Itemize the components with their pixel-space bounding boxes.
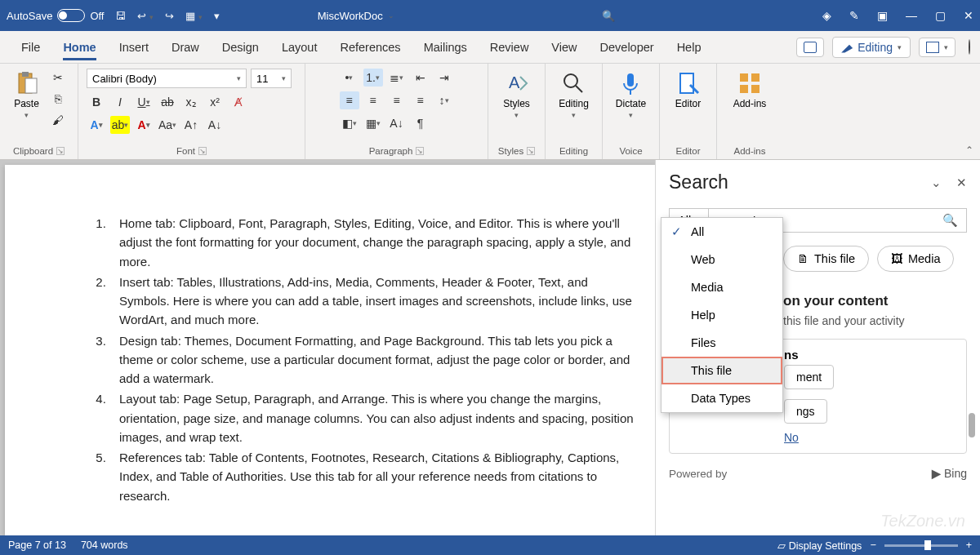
tab-mailings[interactable]: Mailings xyxy=(412,31,479,64)
increase-indent-button[interactable]: ⇥ xyxy=(434,69,454,87)
font-name-combo[interactable]: Calibri (Body)▾ xyxy=(87,69,247,88)
editing-mode-button[interactable]: Editing▾ xyxy=(832,37,911,58)
tab-developer[interactable]: Developer xyxy=(589,31,666,64)
format-painter-icon[interactable]: 🖌 xyxy=(48,111,68,129)
close-pane-icon[interactable]: ✕ xyxy=(956,175,967,190)
result-option-ngs[interactable]: ngs xyxy=(784,399,827,424)
wand-icon[interactable]: ✎ xyxy=(849,9,859,22)
chevron-down-icon[interactable]: ⌄ xyxy=(931,175,942,190)
editing-button[interactable]: Editing▾ xyxy=(555,69,592,121)
zoom-out-icon[interactable]: − xyxy=(870,539,875,551)
document-area[interactable]: Home tab: Clipboard, Font, Paragraph, St… xyxy=(0,160,655,535)
strike-button[interactable]: ab xyxy=(158,93,177,111)
autosave-toggle[interactable] xyxy=(57,9,85,22)
titlebar-search[interactable]: 🔍 xyxy=(394,10,822,22)
account-icon[interactable] xyxy=(969,40,970,55)
form-icon[interactable]: ▦ ▾ xyxy=(185,10,203,22)
result-option-ment[interactable]: ment xyxy=(784,365,834,389)
dialog-launcher-icon[interactable]: ↘ xyxy=(56,147,65,155)
redo-icon[interactable]: ↪ xyxy=(165,10,174,22)
display-settings[interactable]: ▱ Display Settings xyxy=(777,539,862,552)
pane-scrollbar[interactable] xyxy=(969,413,975,437)
scope-option-files[interactable]: Files xyxy=(662,329,782,357)
scope-option-datatypes[interactable]: Data Types xyxy=(662,384,782,412)
scope-option-help[interactable]: Help xyxy=(662,301,782,329)
tab-references[interactable]: References xyxy=(328,31,412,64)
search-icon[interactable]: 🔍 xyxy=(942,213,958,228)
page-indicator[interactable]: Page 7 of 13 xyxy=(8,539,66,551)
shrink-font-button[interactable]: A↓ xyxy=(205,116,225,134)
chip-media[interactable]: 🖼Media xyxy=(877,246,955,272)
underline-button[interactable]: U ▾ xyxy=(134,93,154,111)
bullets-button[interactable]: • ▾ xyxy=(340,69,359,87)
grow-font-button[interactable]: A↑ xyxy=(181,116,201,134)
align-right-button[interactable]: ≡ xyxy=(387,91,407,109)
dictate-button[interactable]: Dictate▾ xyxy=(612,69,649,121)
scope-option-media[interactable]: Media xyxy=(662,273,782,301)
font-size-combo[interactable]: 11▾ xyxy=(251,69,292,88)
show-marks-button[interactable]: ¶ xyxy=(411,114,430,132)
text-effects-button[interactable]: A ▾ xyxy=(87,116,106,134)
svg-text:A: A xyxy=(509,73,520,91)
editor-button[interactable]: Editor xyxy=(672,69,705,111)
document-title[interactable]: MiscWorkDoc ⌄ xyxy=(318,10,394,22)
paste-button[interactable]: Paste ▾ xyxy=(11,69,43,121)
bold-button[interactable]: B xyxy=(87,93,106,111)
tab-draw[interactable]: Draw xyxy=(160,31,211,64)
subscript-button[interactable]: x₂ xyxy=(181,93,201,111)
minimize-icon[interactable]: — xyxy=(906,9,917,22)
autosave-control[interactable]: AutoSave Off xyxy=(7,9,104,22)
scope-option-thisfile[interactable]: This file xyxy=(662,357,782,384)
align-left-button[interactable]: ≡ xyxy=(340,91,359,109)
highlight-button[interactable]: ab ▾ xyxy=(110,116,130,134)
clear-format-button[interactable]: A̸ xyxy=(229,93,248,111)
numbering-button[interactable]: 1. ▾ xyxy=(363,69,383,87)
search-icon[interactable]: 🔍 xyxy=(602,10,615,22)
shading-button[interactable]: ◧ ▾ xyxy=(340,114,359,132)
italic-button[interactable]: I xyxy=(110,93,130,111)
close-icon[interactable]: ✕ xyxy=(964,9,973,22)
share-button[interactable]: ▾ xyxy=(919,38,956,57)
diamond-icon[interactable]: ◈ xyxy=(822,9,831,22)
addins-button[interactable]: Add-ins xyxy=(730,69,770,111)
justify-button[interactable]: ≡ xyxy=(411,91,430,109)
undo-icon[interactable]: ↩ ▾ xyxy=(137,10,154,22)
chip-this-file[interactable]: 🗎This file xyxy=(783,246,869,272)
superscript-button[interactable]: x² xyxy=(205,93,225,111)
line-spacing-button[interactable]: ↕ ▾ xyxy=(434,91,454,109)
word-count[interactable]: 704 words xyxy=(81,539,128,551)
font-color-button[interactable]: A ▾ xyxy=(134,116,154,134)
save-icon[interactable]: 🖫 xyxy=(115,10,126,22)
zoom-slider[interactable] xyxy=(884,544,958,547)
comments-button[interactable] xyxy=(796,38,824,57)
window-icon[interactable]: ▣ xyxy=(877,9,888,22)
tab-design[interactable]: Design xyxy=(211,31,270,64)
zoom-in-icon[interactable]: + xyxy=(966,539,972,551)
tab-help[interactable]: Help xyxy=(666,31,713,64)
borders-button[interactable]: ▦ ▾ xyxy=(363,114,383,132)
feedback-no[interactable]: No xyxy=(784,431,799,444)
tab-review[interactable]: Review xyxy=(479,31,541,64)
window-controls: ◈ ✎ ▣ — ▢ ✕ xyxy=(822,9,973,22)
align-center-button[interactable]: ≡ xyxy=(363,91,383,109)
change-case-button[interactable]: Aa ▾ xyxy=(158,116,177,134)
tab-file[interactable]: File xyxy=(10,31,51,64)
sort-button[interactable]: A↓ xyxy=(387,114,407,132)
scope-option-web[interactable]: Web xyxy=(662,246,782,273)
dialog-launcher-icon[interactable]: ↘ xyxy=(416,147,424,155)
cut-icon[interactable]: ✂ xyxy=(48,69,68,87)
maximize-icon[interactable]: ▢ xyxy=(935,9,946,22)
tab-home[interactable]: Home xyxy=(51,31,107,64)
tab-view[interactable]: View xyxy=(540,31,588,64)
copy-icon[interactable]: ⎘ xyxy=(48,90,68,108)
tab-insert[interactable]: Insert xyxy=(108,31,160,64)
multilevel-button[interactable]: ≣ ▾ xyxy=(387,69,407,87)
decrease-indent-button[interactable]: ⇤ xyxy=(411,69,430,87)
dialog-launcher-icon[interactable]: ↘ xyxy=(198,147,207,155)
scope-option-all[interactable]: All xyxy=(662,218,782,246)
styles-button[interactable]: A Styles▾ xyxy=(500,69,533,121)
tab-layout[interactable]: Layout xyxy=(270,31,329,64)
collapse-ribbon-icon[interactable]: ⌃ xyxy=(965,144,973,156)
dialog-launcher-icon[interactable]: ↘ xyxy=(527,147,535,155)
qat-customize-icon[interactable]: ▾ xyxy=(214,10,220,22)
